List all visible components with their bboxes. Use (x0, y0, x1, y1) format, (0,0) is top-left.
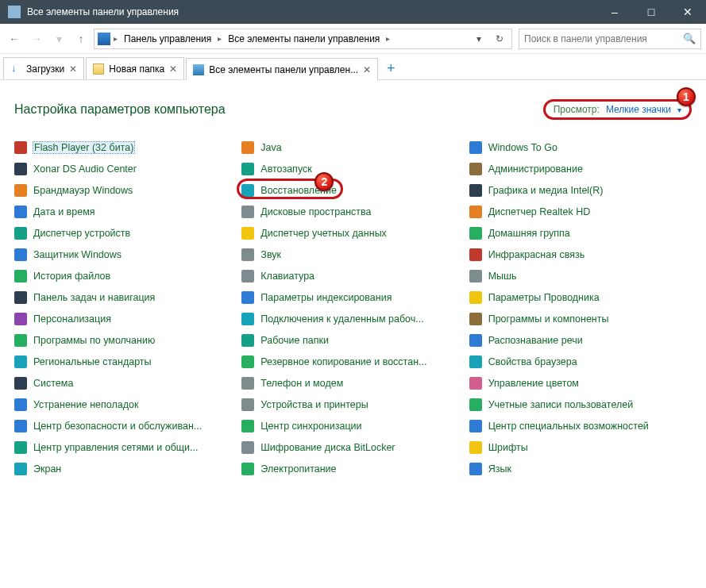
control-panel-item[interactable]: Клавиатура (241, 269, 464, 283)
control-panel-item[interactable]: Региональные стандарты (14, 355, 237, 369)
item-label: Региональные стандарты (33, 356, 152, 367)
breadcrumb-2[interactable]: Все элементы панели управления (225, 33, 383, 44)
item-label: Центр безопасности и обслуживан... (33, 421, 202, 432)
item-icon (241, 441, 254, 454)
address-bar[interactable]: ▸ Панель управления ▸ Все элементы панел… (94, 29, 512, 49)
control-panel-item[interactable]: Параметры индексирования (241, 290, 464, 305)
address-dropdown-button[interactable]: ▾ (470, 30, 488, 48)
item-icon (469, 463, 482, 475)
item-label: Персонализация (33, 313, 111, 325)
item-label: Домашняя группа (488, 228, 570, 239)
add-tab-button[interactable]: + (380, 57, 402, 79)
view-label: Просмотр: (554, 104, 600, 115)
control-panel-item[interactable]: Flash Player (32 бита) (14, 140, 237, 155)
control-panel-item[interactable]: Центр синхронизации (241, 419, 464, 433)
tab[interactable]: Новая папка✕ (86, 57, 184, 79)
control-panel-item[interactable]: Центр специальных возможностей (469, 419, 692, 433)
control-panel-item[interactable]: Шрифты (469, 440, 692, 455)
control-panel-item[interactable]: Диспетчер учетных данных (241, 226, 464, 240)
tab-label: Все элементы панели управлен... (209, 64, 358, 75)
control-panel-item[interactable]: Мышь (469, 269, 692, 283)
maximize-button[interactable]: □ (633, 0, 669, 24)
control-panel-item[interactable]: Электропитание (241, 462, 464, 476)
item-label: Графика и медиа Intel(R) (488, 185, 604, 196)
control-panel-item[interactable]: Устранение неполадок (14, 398, 237, 412)
refresh-button[interactable]: ↻ (491, 30, 508, 48)
control-panel-item[interactable]: Звук (241, 248, 464, 262)
control-panel-item[interactable]: Параметры Проводника (469, 290, 692, 305)
minimize-button[interactable]: – (596, 0, 633, 24)
control-panel-item[interactable]: Xonar DS Audio Center (14, 162, 237, 176)
tab[interactable]: Загрузки✕ (3, 57, 84, 79)
control-panel-item[interactable]: Панель задач и навигация (14, 290, 237, 305)
item-label: Шифрование диска BitLocker (260, 442, 395, 453)
item-icon (469, 441, 482, 454)
control-panel-item[interactable]: Администрирование (469, 162, 692, 176)
item-icon (14, 463, 27, 475)
control-panel-item[interactable]: Дата и время (14, 205, 237, 219)
item-icon (14, 163, 27, 175)
item-label: Администрирование (488, 163, 583, 175)
control-panel-item[interactable]: Свойства браузера (469, 355, 692, 369)
chevron-right-icon[interactable]: ▸ (218, 34, 222, 43)
item-icon (241, 334, 254, 347)
control-panel-item[interactable]: Резервное копирование и восстан... (241, 355, 464, 369)
up-button[interactable]: ↑ (71, 29, 91, 48)
control-panel-item[interactable]: Подключения к удаленным рабоч... (241, 312, 464, 326)
close-button[interactable]: ✕ (669, 0, 706, 24)
control-panel-item[interactable]: Java (241, 140, 464, 155)
control-panel-item[interactable]: Домашняя группа (469, 226, 692, 240)
tab[interactable]: Все элементы панели управлен...✕ (186, 58, 378, 80)
control-panel-item[interactable]: Телефон и модем (241, 376, 464, 390)
search-box[interactable]: 🔍 (519, 29, 701, 49)
control-panel-item[interactable]: Программы по умолчанию (14, 333, 237, 348)
item-icon (241, 463, 254, 475)
back-button[interactable]: ← (5, 29, 24, 48)
control-panel-item[interactable]: Рабочие папки (241, 333, 464, 348)
recent-dropdown[interactable]: ▾ (49, 29, 68, 48)
control-panel-item[interactable]: Система (14, 376, 237, 390)
forward-button[interactable]: → (27, 29, 46, 48)
item-label: Свойства браузера (488, 356, 577, 367)
control-panel-item[interactable]: Инфракрасная связь (469, 248, 692, 262)
control-panel-item[interactable]: Шифрование диска BitLocker (241, 440, 464, 455)
item-label: Звук (260, 249, 281, 260)
item-icon (469, 420, 482, 432)
control-panel-item[interactable]: Учетные записи пользователей (469, 398, 692, 412)
tab-close-button[interactable]: ✕ (169, 63, 177, 75)
control-panel-icon (8, 6, 21, 18)
control-panel-item[interactable]: Диспетчер устройств (14, 226, 237, 240)
control-panel-item[interactable]: Защитник Windows (14, 248, 237, 262)
control-panel-item[interactable]: История файлов (14, 269, 237, 283)
search-input[interactable] (524, 33, 683, 44)
breadcrumb-1[interactable]: Панель управления (121, 33, 214, 44)
view-value[interactable]: Мелкие значки (606, 104, 671, 115)
chevron-right-icon[interactable]: ▸ (114, 34, 118, 43)
control-panel-item[interactable]: Диспетчер Realtek HD (469, 205, 692, 219)
control-panel-item[interactable]: Центр безопасности и обслуживан... (14, 419, 237, 433)
control-panel-item[interactable]: Программы и компоненты (469, 312, 692, 326)
item-icon (469, 291, 482, 304)
control-panel-item[interactable]: Устройства и принтеры (241, 398, 464, 412)
control-panel-item[interactable]: Центр управления сетями и общи... (14, 440, 237, 455)
control-panel-item[interactable]: Дисковые пространства (241, 205, 464, 219)
view-selector[interactable]: 1 Просмотр: Мелкие значки ▾ (543, 99, 692, 120)
tab-close-button[interactable]: ✕ (363, 64, 371, 75)
search-icon[interactable]: 🔍 (683, 33, 696, 44)
chevron-right-icon[interactable]: ▸ (386, 34, 390, 43)
control-panel-item[interactable]: Графика и медиа Intel(R) (469, 183, 692, 198)
control-panel-item[interactable]: Windows To Go (469, 140, 692, 155)
control-panel-item[interactable]: Автозапуск (241, 162, 464, 176)
control-panel-item[interactable]: Экран (14, 462, 237, 476)
control-panel-item[interactable]: Брандмауэр Windows (14, 183, 237, 198)
control-panel-item[interactable]: Управление цветом (469, 376, 692, 390)
control-panel-item[interactable]: Персонализация (14, 312, 237, 326)
chevron-down-icon[interactable]: ▾ (677, 106, 681, 114)
control-panel-item[interactable]: Язык (469, 462, 692, 476)
item-icon (14, 334, 27, 347)
control-panel-item[interactable]: 2Восстановление (241, 183, 464, 198)
control-panel-item[interactable]: Распознавание речи (469, 333, 692, 348)
item-icon (241, 398, 254, 411)
item-label: Параметры Проводника (488, 292, 600, 303)
tab-close-button[interactable]: ✕ (69, 63, 77, 75)
